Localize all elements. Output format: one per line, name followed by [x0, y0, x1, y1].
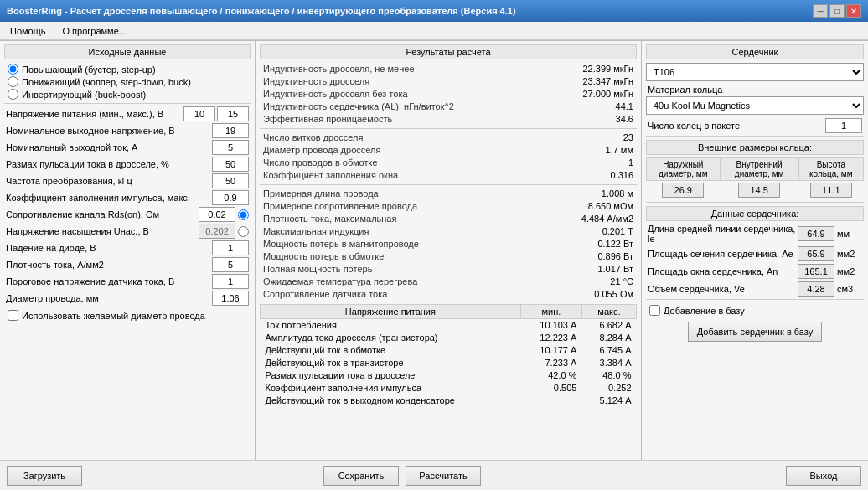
wire-diameter-input[interactable]	[212, 291, 249, 306]
core-selector[interactable]: T106	[646, 63, 864, 81]
result-value-12: 4.484 А/мм2	[575, 214, 633, 224]
result-value-7: 1.7 мм	[575, 145, 633, 155]
diode-drop-label: Падение на диоде, В	[6, 243, 212, 253]
result-row-2: Индуктивность дросселя 23.347 мкГн	[260, 75, 637, 88]
radio-buck[interactable]: Понижающий (чоппер, step-down, buck)	[4, 75, 251, 88]
supply-row-3-min: 10.177 А	[520, 344, 581, 357]
window-title: BoosterRing - Расчет дросселя повышающег…	[7, 6, 516, 16]
add-to-db-button[interactable]: Добавить сердечник в базу	[688, 322, 823, 342]
supply-header-min: мин.	[520, 305, 581, 319]
supply-table: Напряжение питания мин. макс. Ток потреб…	[260, 304, 637, 407]
current-density-input[interactable]	[212, 257, 249, 272]
use-wire-diameter-checkbox[interactable]	[8, 310, 18, 321]
vsat-input[interactable]	[199, 224, 235, 239]
radio-boost[interactable]: Повышающий (бустер, step-up)	[4, 63, 251, 75]
duty-cycle-input[interactable]	[212, 190, 249, 205]
vsat-radio[interactable]	[238, 226, 249, 237]
ae-label: Площадь сечения сердечника, Ae	[648, 249, 798, 259]
material-selector-container: 40u Kool Mu Magnetics	[646, 96, 864, 115]
radio-buck-input[interactable]	[8, 76, 18, 87]
add-to-db-checkbox[interactable]	[649, 305, 660, 316]
result-label-16: Полная мощность потерь	[263, 264, 575, 274]
result-row-12: Плотность тока, максимальная 4.484 А/мм2	[260, 213, 637, 225]
title-bar: BoosterRing - Расчет дросселя повышающег…	[0, 0, 868, 22]
bottom-left-buttons: Загрузить Сохранить Рассчитать	[7, 466, 481, 486]
duty-cycle-row: Коэффициент заполнения импульса, макс.	[4, 190, 251, 205]
rds-radio[interactable]	[238, 209, 249, 220]
frequency-label: Частота преобразования, кГц	[6, 176, 212, 186]
dim-header-height: Высота кольца, мм	[798, 158, 863, 181]
radio-boost-input[interactable]	[8, 64, 18, 75]
le-unit: мм	[837, 229, 862, 239]
ring-dims-table: Наружный диаметр, мм Внутренний диаметр,…	[646, 157, 864, 199]
outer-diameter-input[interactable]	[662, 183, 704, 198]
supply-row-1-min: 10.103 А	[520, 319, 581, 332]
result-value-2: 23.347 мкГн	[575, 76, 633, 86]
ripple-input[interactable]	[212, 157, 249, 172]
inner-diameter-input[interactable]	[738, 183, 780, 198]
output-current-input[interactable]	[212, 140, 249, 155]
supply-row-7-label: Действующий ток в выходном конденсаторе	[261, 395, 521, 407]
result-row-16: Полная мощность потерь 1.017 Вт	[260, 263, 637, 276]
exit-button[interactable]: Выход	[786, 466, 861, 486]
wire-diameter-label: Диаметр провода, мм	[6, 293, 212, 303]
ae-input[interactable]	[798, 246, 834, 261]
supply-row-3-label: Действующий ток в обмотке	[261, 344, 521, 357]
bottom-bar: Загрузить Сохранить Рассчитать Выход	[0, 460, 868, 490]
result-label-8: Число проводов в обмотке	[263, 157, 575, 168]
duty-cycle-label: Коэффициент заполнения импульса, макс.	[6, 193, 212, 203]
result-value-6: 23	[575, 132, 633, 142]
frequency-row: Частота преобразования, кГц	[4, 173, 251, 188]
load-button[interactable]: Загрузить	[7, 466, 82, 486]
close-button[interactable]: ✕	[846, 4, 861, 18]
left-panel-title: Исходные данные	[4, 44, 251, 59]
result-row-1: Индуктивность дросселя, не менее 22.399 …	[260, 63, 637, 75]
result-row-7: Диаметр провода дросселя 1.7 мм	[260, 144, 637, 157]
maximize-button[interactable]: □	[829, 4, 845, 18]
use-wire-diameter-label: Использовать желаемый диаметр провода	[22, 311, 205, 321]
rds-input[interactable]	[199, 207, 235, 222]
supply-max-input[interactable]	[217, 106, 249, 121]
sense-threshold-input[interactable]	[212, 274, 249, 289]
result-row-15: Мощность потерь в обмотке 0.896 Вт	[260, 250, 637, 263]
menu-help[interactable]: Помощь	[5, 25, 51, 37]
le-input[interactable]	[798, 226, 834, 241]
ve-label: Объем сердечника, Ve	[648, 284, 798, 294]
supply-row-6-min: 0.505	[520, 382, 581, 395]
save-button[interactable]: Сохранить	[323, 466, 399, 486]
menu-about[interactable]: О программе...	[58, 25, 132, 37]
result-label-3: Индуктивность дросселя без тока	[263, 89, 575, 99]
result-label-15: Мощность потерь в обмотке	[263, 251, 575, 261]
supply-header-title: Напряжение питания	[261, 305, 521, 319]
supply-min-input[interactable]	[183, 106, 215, 121]
rings-count-input[interactable]	[825, 118, 862, 133]
radio-inverting[interactable]: Инвертирующий (buck-boost)	[4, 88, 251, 101]
supply-row-1: Ток потребления 10.103 А 6.682 А	[261, 319, 637, 332]
result-label-11: Примерное сопротивление провода	[263, 201, 575, 211]
result-value-11: 8.650 мОм	[575, 201, 633, 211]
material-selector[interactable]: 40u Kool Mu Magnetics	[646, 96, 864, 115]
supply-row-5-max: 48.0 %	[581, 369, 636, 382]
diode-drop-input[interactable]	[212, 240, 249, 255]
supply-row-4-min: 7.233 А	[520, 357, 581, 369]
an-input[interactable]	[798, 264, 834, 279]
result-label-14: Мощность потерь в магнитопроводе	[263, 239, 575, 249]
calculate-button[interactable]: Рассчитать	[406, 466, 481, 486]
le-label: Длина средней линии сердечника, le	[648, 224, 798, 244]
dim-title: Внешние размеры кольца:	[646, 140, 864, 155]
material-label: Материал кольца	[648, 85, 862, 95]
sense-threshold-row: Пороговое напряжение датчика тока, В	[4, 274, 251, 289]
frequency-input[interactable]	[212, 173, 249, 188]
result-row-8: Число проводов в обмотке 1	[260, 157, 637, 169]
output-current-row: Номинальный выходной ток, А	[4, 140, 251, 155]
add-to-db-label: Добавление в базу	[664, 306, 745, 316]
supply-row-4-label: Действующий ток в транзисторе	[261, 357, 521, 369]
result-row-3: Индуктивность дросселя без тока 27.000 м…	[260, 88, 637, 101]
ve-input[interactable]	[798, 281, 834, 297]
output-voltage-input[interactable]	[212, 123, 249, 138]
minimize-button[interactable]: ─	[813, 4, 828, 18]
height-input[interactable]	[810, 183, 852, 198]
supply-row-2-label: Амплитуда тока дросселя (транзистора)	[261, 332, 521, 344]
radio-inverting-input[interactable]	[8, 89, 18, 100]
rings-count-label: Число колец в пакете	[648, 121, 825, 131]
